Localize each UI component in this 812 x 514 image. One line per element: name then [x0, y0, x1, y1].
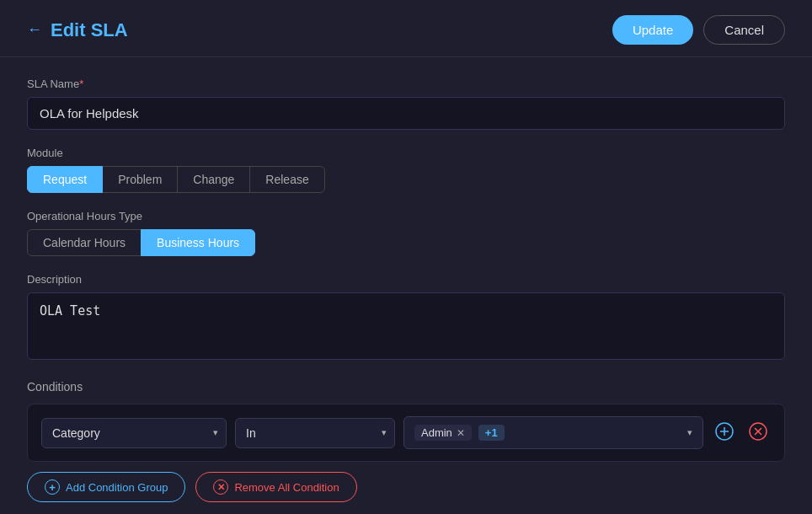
conditions-label: Conditions [27, 380, 785, 394]
add-condition-group-label: Add Condition Group [66, 481, 168, 494]
remove-all-x-icon: ✕ [213, 479, 228, 495]
admin-tag: Admin ✕ [414, 425, 472, 441]
sla-name-input[interactable] [27, 97, 785, 130]
condition-actions: + Add Condition Group ✕ Remove All Condi… [27, 472, 785, 502]
sla-name-label: SLA Name* [27, 78, 785, 90]
content-area: SLA Name* Module Request Problem Change … [0, 57, 812, 514]
sla-name-group: SLA Name* [27, 78, 785, 130]
tab-business-hours[interactable]: Business Hours [141, 229, 255, 256]
admin-tag-label: Admin [421, 426, 452, 439]
add-group-plus-icon: + [45, 479, 60, 495]
category-select[interactable]: Category [41, 418, 227, 448]
op-hours-label: Operational Hours Type [27, 210, 785, 222]
tab-change[interactable]: Change [177, 166, 250, 193]
page-title: Edit SLA [51, 19, 128, 41]
op-hours-group: Operational Hours Type Calendar Hours Bu… [27, 210, 785, 256]
header-actions: Update Cancel [612, 15, 785, 45]
module-group: Module Request Problem Change Release [27, 147, 785, 193]
module-label: Module [27, 147, 785, 159]
update-button[interactable]: Update [612, 15, 693, 45]
description-input[interactable]: OLA Test [27, 292, 785, 360]
description-label: Description [27, 273, 785, 286]
condition-row: Category ▾ In ▾ Admin ✕ [27, 404, 785, 462]
tab-release[interactable]: Release [249, 166, 324, 193]
remove-condition-button[interactable] [745, 422, 771, 444]
tab-request[interactable]: Request [27, 166, 103, 193]
plus-count-badge: +1 [478, 425, 505, 441]
category-select-wrapper: Category ▾ [41, 418, 227, 448]
description-group: Description OLA Test [27, 273, 785, 363]
back-arrow-icon[interactable]: ← [27, 21, 42, 39]
admin-tag-close-icon[interactable]: ✕ [457, 427, 465, 439]
header: ← Edit SLA Update Cancel [0, 0, 812, 57]
operator-select-wrapper: In ▾ [235, 418, 395, 448]
cancel-button[interactable]: Cancel [703, 15, 785, 45]
circle-x-icon [749, 422, 767, 441]
remove-all-condition-button[interactable]: ✕ Remove All Condition [195, 472, 356, 502]
add-condition-group-button[interactable]: + Add Condition Group [27, 472, 185, 502]
header-left: ← Edit SLA [27, 19, 128, 41]
tab-problem[interactable]: Problem [102, 166, 178, 193]
operator-select[interactable]: In [235, 418, 395, 448]
module-tabs: Request Problem Change Release [27, 166, 785, 193]
op-hours-tabs: Calendar Hours Business Hours [27, 229, 785, 256]
circle-plus-icon [715, 422, 734, 441]
value-chevron-icon: ▾ [687, 427, 692, 438]
value-field[interactable]: Admin ✕ +1 ▾ [403, 416, 703, 449]
add-condition-button[interactable] [712, 422, 737, 444]
remove-all-condition-label: Remove All Condition [234, 481, 339, 494]
tab-calendar-hours[interactable]: Calendar Hours [27, 229, 142, 256]
conditions-section: Conditions Category ▾ In ▾ [27, 380, 785, 502]
